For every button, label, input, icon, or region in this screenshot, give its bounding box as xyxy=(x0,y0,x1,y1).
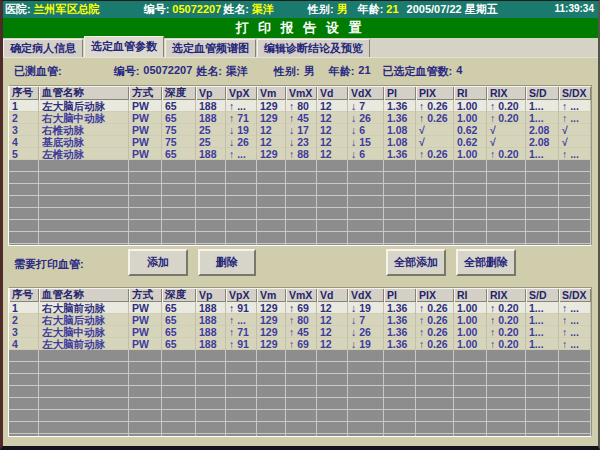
empty-cell xyxy=(196,208,226,220)
empty-cell xyxy=(162,160,196,172)
column-header[interactable]: RIX xyxy=(487,86,526,100)
column-header[interactable]: VmX xyxy=(286,86,317,100)
info-id-value: 05072207 xyxy=(143,64,192,79)
empty-cell xyxy=(162,410,196,422)
cell: ↑ ... xyxy=(559,326,591,338)
column-header[interactable]: RI xyxy=(454,288,487,302)
table-row[interactable]: 1左大脑后动脉PW65188↑ ...129↑ 8012↓ 71.36↑ 0.2… xyxy=(9,100,591,112)
column-header[interactable]: 序号 xyxy=(9,288,39,302)
cell: ↑ 0.20 xyxy=(487,314,526,326)
empty-cell xyxy=(39,386,129,398)
column-header[interactable]: 序号 xyxy=(9,86,39,100)
tab-patient-info[interactable]: 确定病人信息 xyxy=(3,39,83,57)
column-header[interactable]: RI xyxy=(454,86,487,100)
cell: ↑ 45 xyxy=(286,326,317,338)
empty-cell xyxy=(454,434,487,437)
column-header[interactable]: VdX xyxy=(348,86,384,100)
add-button[interactable]: 添加 xyxy=(128,249,188,276)
empty-cell xyxy=(416,398,454,410)
empty-cell xyxy=(226,184,257,196)
table-row[interactable]: 5左椎动脉PW65188↑ ...129↑ 8812↓ 61.36↑ 0.261… xyxy=(9,148,591,160)
empty-cell xyxy=(196,232,226,244)
column-header[interactable]: S/D xyxy=(526,288,559,302)
column-header[interactable]: Vd xyxy=(317,288,348,302)
table-row[interactable]: 1右大脑前动脉PW65188↑ 91129↑ 6912↓ 191.36↑ 0.2… xyxy=(9,302,591,314)
empty-cell xyxy=(9,244,39,246)
empty-cell xyxy=(317,244,348,246)
column-header[interactable]: Vd xyxy=(317,86,348,100)
cell: 左大脑后动脉 xyxy=(39,100,129,112)
empty-cell xyxy=(226,244,257,246)
column-header[interactable]: S/D xyxy=(526,86,559,100)
tab-vessel-spectrum[interactable]: 选定血管频谱图 xyxy=(165,39,256,57)
cell: PW xyxy=(129,100,162,112)
column-header[interactable]: 血管名称 xyxy=(39,86,129,100)
delete-button[interactable]: 删除 xyxy=(198,249,256,276)
table-row[interactable]: 2右大脑后动脉PW65188↑ ...129↑ 8012↓ 71.36↑ 0.2… xyxy=(9,314,591,326)
tab-vessel-params[interactable]: 选定血管参数 xyxy=(84,36,164,57)
column-header[interactable]: 方式 xyxy=(129,288,162,302)
empty-cell xyxy=(39,410,129,422)
cell: 1.36 xyxy=(384,112,416,124)
empty-cell xyxy=(257,232,286,244)
column-header[interactable]: S/DX xyxy=(559,86,591,100)
add-all-button[interactable]: 全部添加 xyxy=(386,249,446,276)
empty-cell xyxy=(39,422,129,434)
table-row[interactable]: 2右大脑中动脉PW65188↑ 71129↑ 4512↓ 261.36↑ 0.2… xyxy=(9,112,591,124)
table-row[interactable]: 3右椎动脉PW7525↓ 1912↓ 1712↓ 61.08√0.62√2.08… xyxy=(9,124,591,136)
titlebar: 医院: 兰州军区总院 编号: 05072207 姓名: 渠洋 性别: 男 年龄:… xyxy=(0,0,600,18)
column-header[interactable]: Vp xyxy=(196,86,226,100)
empty-cell xyxy=(348,208,384,220)
column-header[interactable]: PI xyxy=(384,288,416,302)
cell: ↓ 23 xyxy=(286,136,317,148)
empty-cell xyxy=(487,196,526,208)
tab-diagnosis-preview[interactable]: 编辑诊断结论及预览 xyxy=(257,39,370,57)
column-header[interactable]: Vm xyxy=(257,86,286,100)
empty-cell xyxy=(317,184,348,196)
empty-cell xyxy=(487,172,526,184)
cell: ↓ 26 xyxy=(348,112,384,124)
column-header[interactable]: VmX xyxy=(286,288,317,302)
table-row[interactable]: 4左大脑前动脉PW65188↑ 91129↑ 6912↓ 191.36↑ 0.2… xyxy=(9,338,591,350)
cell: 5 xyxy=(9,148,39,160)
column-header[interactable]: VpX xyxy=(226,288,257,302)
column-header[interactable]: S/DX xyxy=(559,288,591,302)
empty-cell xyxy=(129,386,162,398)
empty-cell xyxy=(162,220,196,232)
column-header[interactable]: PIX xyxy=(416,288,454,302)
table-row[interactable]: 3左大脑中动脉PW65188↑ 71129↑ 4512↓ 261.36↑ 0.2… xyxy=(9,326,591,338)
column-header[interactable]: PI xyxy=(384,86,416,100)
delete-all-button[interactable]: 全部删除 xyxy=(456,249,516,276)
empty-cell xyxy=(9,434,39,437)
empty-cell xyxy=(286,196,317,208)
empty-cell xyxy=(196,386,226,398)
column-header[interactable]: RIX xyxy=(487,288,526,302)
empty-cell xyxy=(384,184,416,196)
cell: ↓ 6 xyxy=(348,124,384,136)
column-header[interactable]: Vm xyxy=(257,288,286,302)
empty-cell xyxy=(226,386,257,398)
empty-cell xyxy=(559,208,591,220)
empty-cell xyxy=(257,386,286,398)
column-header[interactable]: 方式 xyxy=(129,86,162,100)
cell: ↑ 71 xyxy=(226,326,257,338)
print-vessels-table[interactable]: 序号血管名称方式深度VpVpXVmVmXVdVdXPIPIXRIRIXS/DS/… xyxy=(8,287,592,437)
column-header[interactable]: VdX xyxy=(348,288,384,302)
measured-vessels-table[interactable]: 序号血管名称方式深度VpVpXVmVmXVdVdXPIPIXRIRIXS/DS/… xyxy=(8,85,592,246)
column-header[interactable]: PIX xyxy=(416,86,454,100)
column-header[interactable]: 深度 xyxy=(162,86,196,100)
empty-cell xyxy=(196,172,226,184)
column-header[interactable]: Vp xyxy=(196,288,226,302)
column-header[interactable]: 深度 xyxy=(162,288,196,302)
empty-cell xyxy=(257,374,286,386)
cell: PW xyxy=(129,124,162,136)
patient-id-label: 编号: xyxy=(144,0,170,18)
column-header[interactable]: 血管名称 xyxy=(39,288,129,302)
table-row[interactable]: 4基底动脉PW7525↓ 2612↓ 2312↓ 151.08√0.62√2.0… xyxy=(9,136,591,148)
cell: 1.00 xyxy=(454,302,487,314)
column-header[interactable]: VpX xyxy=(226,86,257,100)
empty-cell xyxy=(526,196,559,208)
empty-row xyxy=(9,160,591,172)
empty-cell xyxy=(226,232,257,244)
empty-cell xyxy=(317,160,348,172)
